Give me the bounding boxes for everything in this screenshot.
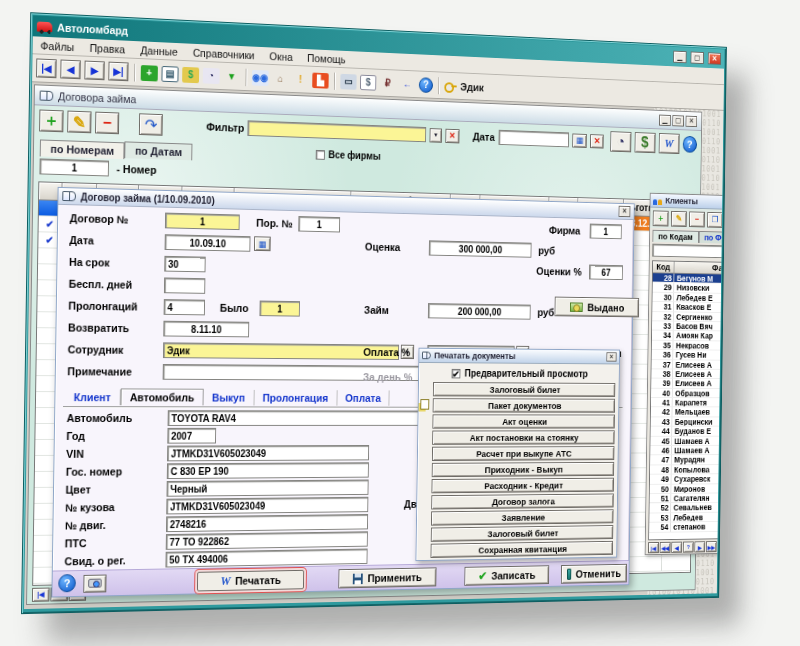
engine-no-input[interactable]: 2748216 [166, 514, 368, 532]
child-minimize-button[interactable]: ▁ [659, 114, 671, 126]
export-button[interactable]: ↷ [139, 113, 163, 136]
filter-dropdown-button[interactable]: ▼ [429, 128, 442, 143]
print-doc-button[interactable]: Расчет при выкупе АТС [432, 446, 615, 461]
client-row[interactable]: 50Миронов [650, 483, 724, 494]
client-delete-button[interactable]: − [689, 211, 705, 227]
home-icon[interactable]: ⌂ [272, 70, 289, 86]
client-row[interactable]: 42Мельцаев [651, 408, 724, 418]
dialog-help-button[interactable]: ? [58, 574, 76, 592]
last-record-button[interactable]: ▶| [108, 62, 128, 82]
clients-nav-fastnext[interactable]: ▶▶ [706, 541, 717, 552]
print-button[interactable]: W Печатать [197, 570, 304, 592]
money-icon[interactable]: $ [182, 66, 199, 82]
date-calendar-icon[interactable]: ▦ [254, 236, 271, 251]
contract-no-input[interactable]: 1 [165, 213, 240, 231]
client-row[interactable]: 39Елисеев А [651, 379, 723, 389]
pts-input[interactable]: 77 ТО 922862 [166, 531, 368, 550]
client-edit-button[interactable]: ✎ [671, 210, 687, 226]
por-no-input[interactable]: 1 [298, 216, 340, 232]
minimize-button[interactable]: ▁ [673, 51, 686, 64]
payments-button[interactable]: $ [634, 132, 655, 153]
clients-nav-search[interactable]: ? [683, 541, 694, 552]
camera-button[interactable] [83, 574, 106, 592]
apply-button[interactable]: Применить [338, 567, 436, 588]
computer-icon[interactable]: ▭ [340, 73, 356, 89]
clients-table[interactable]: Код Фамилия 28Бегунов М29Низовски30Лебед… [648, 260, 723, 540]
print-doc-button[interactable]: Пакет документов [433, 398, 615, 412]
help-icon[interactable]: ? [419, 77, 433, 93]
print-doc-button[interactable]: Заявление [431, 509, 614, 525]
next-record-button[interactable]: ▶ [84, 61, 104, 81]
client-row[interactable]: 40Образцов [651, 388, 723, 398]
color-input[interactable]: Черный [166, 480, 368, 497]
client-row[interactable]: 44Буданов Е [651, 427, 724, 437]
dialog-tab-item[interactable]: Пролонгация [254, 390, 337, 406]
firm-input[interactable]: 1 [590, 224, 622, 240]
word-print-button[interactable]: W [658, 133, 679, 154]
clients-nav-last[interactable]: ▶| [717, 541, 723, 552]
dialog-tab-item[interactable]: Клиент [65, 389, 120, 405]
print-doc-button[interactable]: Залоговый билет [431, 525, 614, 542]
print-doc-button[interactable]: Акт оценки [432, 414, 614, 428]
date-clear-icon[interactable]: ✕ [590, 134, 603, 148]
all-firms-checkbox[interactable] [316, 149, 325, 159]
dialog-tab-item[interactable]: Оплата [337, 390, 390, 406]
menu-item[interactable]: Данные [133, 43, 186, 57]
plate-input[interactable]: C 830 EP 190 [167, 462, 369, 479]
print-doc-button[interactable]: Залоговый билет [433, 382, 615, 397]
first-record-button[interactable]: |◀ [36, 58, 57, 78]
child-restore-button[interactable]: ▢ [672, 115, 684, 127]
client-row[interactable]: 49Сухаревск [650, 474, 724, 485]
contracts-help-button[interactable]: ? [682, 136, 696, 153]
filter-clear-icon[interactable]: ✕ [445, 128, 459, 143]
save-button[interactable]: ✔ Записать [464, 565, 549, 586]
client-row[interactable]: 48Копылова [650, 465, 724, 475]
print-doc-button[interactable]: Акт постановки на стоянку [432, 430, 615, 444]
tab-by-dates[interactable]: по Датам [124, 141, 192, 160]
menu-item[interactable]: Окна [262, 49, 300, 62]
nav-first-button[interactable]: |◀ [32, 588, 50, 602]
back-icon[interactable]: ← [399, 76, 415, 92]
loan-input[interactable]: 200 000,00 [428, 303, 531, 320]
alarm-button[interactable]: ◔ [610, 131, 631, 152]
client-row[interactable]: 54степанов [649, 521, 723, 532]
preview-checkbox[interactable]: ✔ [451, 368, 460, 378]
print-doc-button[interactable]: Приходник - Выкуп [432, 462, 615, 477]
return-input[interactable]: 8.11.10 [163, 321, 249, 338]
contracts-book-icon[interactable]: ▤ [161, 65, 178, 81]
print-popup-close-icon[interactable]: ✕ [606, 352, 616, 361]
print-doc-button[interactable]: Сохранная квитанция [431, 541, 614, 558]
client-add-button[interactable]: ＋ [653, 210, 669, 226]
print-doc-button[interactable]: Расходник - Кредит [431, 478, 614, 494]
menu-item[interactable]: Правка [82, 41, 133, 55]
add-icon[interactable]: + [141, 65, 158, 81]
add-record-button[interactable]: ＋ [39, 109, 63, 132]
tab-by-numbers[interactable]: по Номерам [40, 139, 125, 159]
was-input[interactable]: 1 [259, 301, 299, 317]
tab-by-codes[interactable]: по Кодам [652, 230, 698, 243]
year-input[interactable]: 2007 [167, 428, 216, 444]
delete-record-button[interactable]: − [95, 112, 119, 135]
lamp-icon[interactable]: ! [292, 71, 309, 87]
filter-input[interactable] [248, 120, 426, 142]
client-row[interactable]: 45Шамаев А [650, 436, 723, 446]
edit-record-button[interactable]: ✎ [67, 111, 91, 134]
estimate-input[interactable]: 300 000,00 [429, 240, 532, 257]
ruble-icon[interactable]: ₽ [380, 75, 396, 91]
client-search-input[interactable] [652, 244, 723, 259]
body-no-input[interactable]: JTMKD31V605023049 [166, 497, 368, 515]
client-row[interactable]: 46Шамаев А [650, 446, 723, 456]
cancel-button[interactable]: Отменить [561, 564, 627, 584]
clients-nav-first[interactable]: |◀ [648, 542, 659, 553]
clients-nav-fastprev[interactable]: ◀◀ [660, 542, 671, 553]
dialog-tab-active[interactable]: Автомобиль [120, 388, 204, 405]
prev-record-button[interactable]: ◀ [60, 59, 81, 79]
client-copy-button[interactable]: ❐ [707, 211, 723, 227]
alarm-icon[interactable]: ◔ [203, 67, 220, 83]
client-row[interactable]: 41Карапетя [651, 398, 724, 408]
est-pct-input[interactable]: 67 [589, 265, 623, 281]
calendar-icon[interactable]: ▦ [572, 133, 587, 148]
maximize-button[interactable]: ▢ [691, 51, 704, 64]
prolong-input[interactable]: 4 [164, 299, 205, 315]
tab-by-names[interactable]: по Фа [698, 231, 723, 244]
